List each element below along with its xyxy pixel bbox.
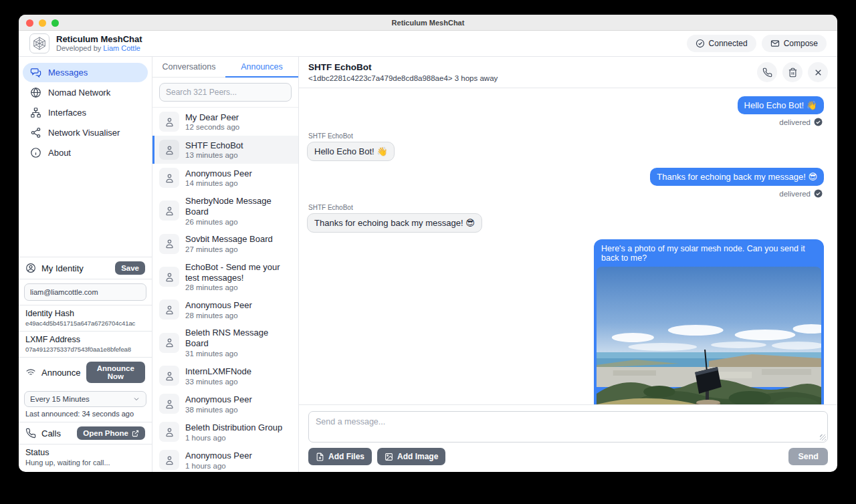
peer-announce-time: 38 minutes ago xyxy=(185,406,252,414)
close-chat-button[interactable] xyxy=(808,62,828,82)
peer-name: My Dear Peer xyxy=(185,112,239,123)
phone-icon xyxy=(25,428,36,438)
lxmf-address-field: LXMF Address 07a4912375337d7543f0aa1e8bf… xyxy=(19,332,152,358)
announce-row: Announce Announce Now xyxy=(19,358,152,387)
compose-button[interactable]: Compose xyxy=(762,35,827,52)
peer-list-item[interactable]: My Dear Peer 12 seconds ago xyxy=(152,108,298,136)
send-button[interactable]: Send xyxy=(788,448,828,465)
open-phone-button[interactable]: Open Phone xyxy=(77,426,145,440)
delivered-check-icon xyxy=(814,118,823,126)
info-circle-icon xyxy=(30,147,41,158)
incoming-message-bubble: Hello Echo Bot! 👋 xyxy=(307,142,395,161)
chat-panel: SHTF EchoBot <1dbc2281c4223c7a479de8cd8a… xyxy=(299,57,837,472)
add-files-button[interactable]: Add Files xyxy=(308,448,372,465)
peer-list-item[interactable]: SherbyNode Message Board 26 minutes ago xyxy=(152,192,298,230)
connected-status-badge[interactable]: Connected xyxy=(687,35,756,52)
chat-header: SHTF EchoBot <1dbc2281c4223c7a479de8cd8a… xyxy=(299,57,837,88)
peer-name: Anonymous Peer xyxy=(185,168,252,179)
status-label: Status xyxy=(25,448,145,457)
file-plus-icon xyxy=(316,453,324,461)
peer-announce-time: 1 hours ago xyxy=(185,462,252,470)
sidebar-item-interfaces[interactable]: Interfaces xyxy=(23,103,148,122)
peer-search-input[interactable] xyxy=(159,83,292,102)
call-status-field: Status Hung up, waiting for call... xyxy=(19,445,152,472)
image-icon xyxy=(385,453,393,461)
peer-list-panel: Conversations Announces My Dear Peer xyxy=(152,57,299,472)
peer-list-item[interactable]: Sovbit Message Board 27 minutes ago xyxy=(152,230,298,258)
person-avatar-icon xyxy=(159,366,179,386)
call-peer-button[interactable] xyxy=(757,62,777,82)
peer-list-item[interactable]: Beleth RNS Message Board 31 minutes ago xyxy=(152,324,298,362)
incoming-sender-name: SHTF EchoBot xyxy=(308,132,395,140)
save-button[interactable]: Save xyxy=(115,261,145,275)
sidebar-item-messages[interactable]: Messages xyxy=(23,63,148,82)
peer-list-item[interactable]: Beleth Distribution Group 1 hours ago xyxy=(152,418,298,446)
peer-announce-time: 27 minutes ago xyxy=(185,245,273,253)
peer-name: Anonymous Peer xyxy=(185,300,252,311)
peer-announce-time: 26 minutes ago xyxy=(185,218,292,226)
message-input[interactable] xyxy=(308,411,828,443)
person-avatar-icon xyxy=(159,394,179,414)
phone-icon xyxy=(762,68,772,78)
developer-link[interactable]: Liam Cottle xyxy=(103,44,140,52)
zoom-window-button[interactable] xyxy=(51,19,59,27)
person-avatar-icon xyxy=(159,140,179,160)
peer-list-item[interactable]: SHTF EchoBot 13 minutes ago xyxy=(152,136,298,164)
person-avatar-icon xyxy=(159,168,179,188)
minimize-window-button[interactable] xyxy=(39,19,46,27)
calls-label: Calls xyxy=(41,428,61,438)
identity-panel: My Identity Save Identity Hash e49ac4d5b… xyxy=(19,257,152,472)
graph-nodes-icon xyxy=(30,127,41,138)
status-value: Hung up, waiting for call... xyxy=(25,459,145,467)
sidebar-item-about[interactable]: About xyxy=(23,143,148,162)
app-window: Reticulum MeshChat Reticulum MeshChat De… xyxy=(19,15,837,472)
peer-list-item[interactable]: InternLXMFNode 33 minutes ago xyxy=(152,362,298,390)
tab-conversations[interactable]: Conversations xyxy=(152,57,225,78)
app-subtitle: Developed by Liam Cottle xyxy=(56,44,142,53)
peer-list-item[interactable]: Anonymous Peer 28 minutes ago xyxy=(152,295,298,324)
peer-name: Anonymous Peer xyxy=(185,394,252,405)
peer-list-item[interactable]: Anonymous Peer 38 minutes ago xyxy=(152,390,298,418)
identity-hash-field: Identity Hash e49ac4d5b451715a647a672670… xyxy=(19,305,152,332)
sidebar-item-nomad-network[interactable]: Nomad Network xyxy=(23,83,148,102)
wifi-icon xyxy=(25,367,36,378)
peer-items-list: My Dear Peer 12 seconds ago SHTF EchoBot… xyxy=(152,108,298,472)
peer-name: Sovbit Message Board xyxy=(185,234,273,245)
announce-label: Announce xyxy=(41,368,81,378)
announce-interval-select[interactable]: Every 15 Minutes xyxy=(24,391,146,407)
sidebar-item-network-visualiser[interactable]: Network Visualiser xyxy=(23,123,148,142)
close-window-button[interactable] xyxy=(26,19,33,27)
incoming-sender-name: SHTF EchoBot xyxy=(308,204,482,211)
sidebar-nav: Messages Nomad Network Interfaces xyxy=(19,57,152,163)
delivered-check-icon xyxy=(814,189,823,198)
person-circle-icon xyxy=(25,263,36,273)
person-avatar-icon xyxy=(159,234,179,254)
person-avatar-icon xyxy=(159,201,179,221)
delete-conversation-button[interactable] xyxy=(782,62,802,82)
photo-attachment[interactable] xyxy=(597,267,821,404)
announce-now-button[interactable]: Announce Now xyxy=(86,362,145,383)
titlebar: Reticulum MeshChat xyxy=(19,15,837,31)
peer-name: Beleth RNS Message Board xyxy=(185,328,292,349)
display-name-input[interactable] xyxy=(24,283,146,301)
peer-announce-time: 28 minutes ago xyxy=(185,283,292,291)
peer-list-item[interactable]: EchoBot - Send me your test messages! 28… xyxy=(152,258,298,296)
identity-hash-label: Identity Hash xyxy=(25,309,145,318)
chat-peer-name: SHTF EchoBot xyxy=(308,62,498,72)
incoming-message-bubble: Thanks for echoing back my message! 😎 xyxy=(307,213,482,233)
message-history: Hello Echo Bot! 👋 delivered SHTF EchoBot… xyxy=(299,88,837,404)
calls-row: Calls Open Phone xyxy=(19,422,152,445)
tab-announces[interactable]: Announces xyxy=(225,57,298,78)
add-image-button[interactable]: Add Image xyxy=(377,448,445,465)
chat-peer-address: <1dbc2281c4223c7a479de8cd8a988ae4> 3 hop… xyxy=(308,74,498,82)
delivery-status: delivered xyxy=(779,189,823,198)
peer-list-item[interactable]: Anonymous Peer 1 hours ago xyxy=(152,446,298,472)
peer-list-item[interactable]: Anonymous Peer 14 minutes ago xyxy=(152,164,298,192)
lxmf-address-value: 07a4912375337d7543f0aa1e8bfefea8 xyxy=(25,346,145,353)
identity-hash-value: e49ac4d5b451715a647a6726704c41ac xyxy=(25,320,145,327)
outgoing-message-bubble: Thanks for echoing back my message! 😎 xyxy=(650,168,824,186)
app-title: Reticulum MeshChat xyxy=(56,34,142,45)
envelope-icon xyxy=(770,39,780,48)
peer-name: EchoBot - Send me your test messages! xyxy=(185,262,292,283)
person-avatar-icon xyxy=(159,333,179,353)
